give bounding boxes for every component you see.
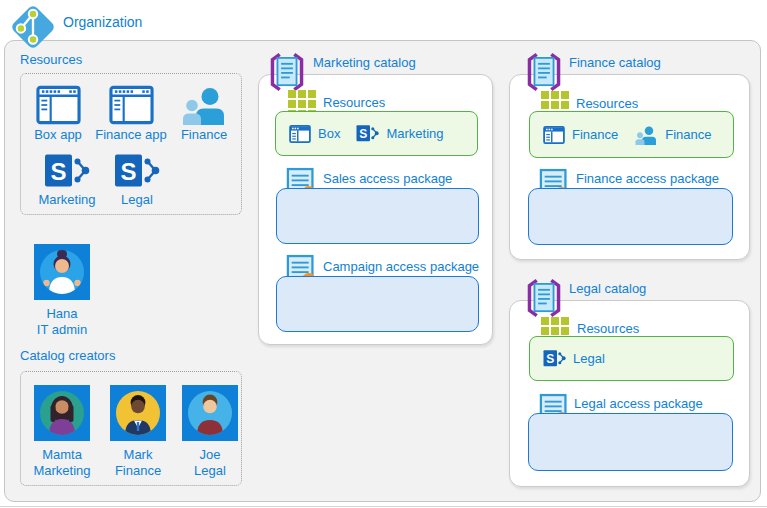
catalog-resource-label: Finance bbox=[572, 127, 618, 143]
creator-role: Finance bbox=[103, 463, 173, 479]
access-package-box bbox=[528, 188, 733, 245]
finance-catalog: Finance catalog Resources Finance Financ… bbox=[509, 74, 750, 260]
access-package-box bbox=[276, 276, 479, 332]
catalog-resource: Box bbox=[289, 125, 340, 143]
catalog-title: Marketing catalog bbox=[313, 55, 416, 71]
catalog-icon bbox=[524, 276, 564, 320]
catalog-resource: Finance bbox=[634, 125, 711, 145]
resources-panel-title: Resources bbox=[20, 52, 82, 68]
sharepoint-icon bbox=[356, 124, 379, 143]
access-package-label: Campaign access package bbox=[323, 259, 479, 275]
catalog-resource-label: Legal bbox=[573, 351, 605, 367]
people-group-icon bbox=[181, 85, 227, 125]
app-window-icon bbox=[109, 85, 154, 125]
resource-item: Finance bbox=[173, 85, 235, 143]
organization-content: Resources Box app Finance app Finance Ma… bbox=[4, 40, 761, 502]
sharepoint-icon bbox=[543, 349, 566, 368]
creator-name: Mamta bbox=[27, 447, 97, 463]
resource-item-label: Finance app bbox=[93, 127, 169, 143]
catalog-resource: Marketing bbox=[356, 124, 443, 143]
it-admin-name: Hana bbox=[12, 306, 112, 322]
creator-figure: Mamta Marketing bbox=[27, 385, 97, 478]
creator-name: Joe bbox=[175, 447, 245, 463]
catalog-creators-panel: Mamta Marketing bbox=[20, 371, 242, 486]
access-package-label: Sales access package bbox=[323, 171, 452, 187]
resources-green-box: Legal bbox=[529, 336, 734, 381]
resource-item-label: Legal bbox=[107, 192, 167, 208]
avatar bbox=[34, 244, 90, 300]
resource-item: Finance app bbox=[93, 85, 169, 143]
resource-item-label: Finance bbox=[173, 127, 235, 143]
resource-item: Box app bbox=[23, 85, 93, 143]
catalog-resource: Finance bbox=[543, 126, 618, 144]
resource-item: Legal bbox=[107, 152, 167, 208]
catalog-title: Finance catalog bbox=[569, 55, 661, 71]
resource-item: Marketing bbox=[35, 152, 99, 208]
it-admin-figure: Hana IT admin bbox=[12, 244, 112, 337]
sharepoint-icon bbox=[114, 152, 160, 190]
bottom-frame-line bbox=[0, 506, 767, 507]
creator-figure: Joe Legal bbox=[175, 385, 245, 478]
catalog-resources-label: Resources bbox=[577, 321, 639, 337]
access-package-label: Finance access package bbox=[576, 171, 719, 187]
diagram-canvas: Organization Resources Box app Finance a… bbox=[0, 0, 767, 508]
app-window-icon bbox=[36, 85, 81, 125]
access-package-box bbox=[528, 413, 733, 471]
catalog-resource-label: Finance bbox=[665, 127, 711, 143]
resources-panel: Box app Finance app Finance Marketing Le… bbox=[20, 73, 242, 215]
creator-figure: Mark Finance bbox=[103, 385, 173, 478]
marketing-catalog: Marketing catalog Resources Box Marketin… bbox=[258, 74, 493, 345]
app-window-icon bbox=[543, 126, 565, 144]
catalog-resources-label: Resources bbox=[576, 96, 638, 112]
creator-role: Marketing bbox=[27, 463, 97, 479]
creator-role: Legal bbox=[175, 463, 245, 479]
sharepoint-icon bbox=[44, 152, 90, 190]
catalog-resource-label: Marketing bbox=[386, 126, 443, 142]
catalog-creators-title: Catalog creators bbox=[20, 348, 115, 364]
avatar bbox=[34, 385, 90, 441]
catalog-icon bbox=[524, 50, 564, 94]
catalog-resource-label: Box bbox=[318, 126, 340, 142]
access-package-label: Legal access package bbox=[574, 396, 703, 412]
resource-item-label: Box app bbox=[23, 127, 93, 143]
catalog-resource: Legal bbox=[543, 349, 605, 368]
catalog-title: Legal catalog bbox=[569, 281, 646, 297]
legal-catalog: Legal catalog Resources Legal Legal acce… bbox=[509, 300, 750, 487]
app-window-icon bbox=[289, 125, 311, 143]
creator-name: Mark bbox=[103, 447, 173, 463]
organization-label: Organization bbox=[63, 14, 142, 31]
catalog-icon bbox=[267, 50, 307, 94]
access-package-box bbox=[276, 188, 479, 244]
avatar bbox=[182, 385, 238, 441]
it-admin-role: IT admin bbox=[12, 322, 112, 338]
resource-item-label: Marketing bbox=[35, 192, 99, 208]
avatar bbox=[110, 385, 166, 441]
resources-green-box: Finance Finance bbox=[529, 111, 734, 158]
people-group-icon bbox=[634, 125, 658, 145]
catalog-resources-label: Resources bbox=[323, 95, 385, 111]
resources-green-box: Box Marketing bbox=[275, 111, 478, 156]
